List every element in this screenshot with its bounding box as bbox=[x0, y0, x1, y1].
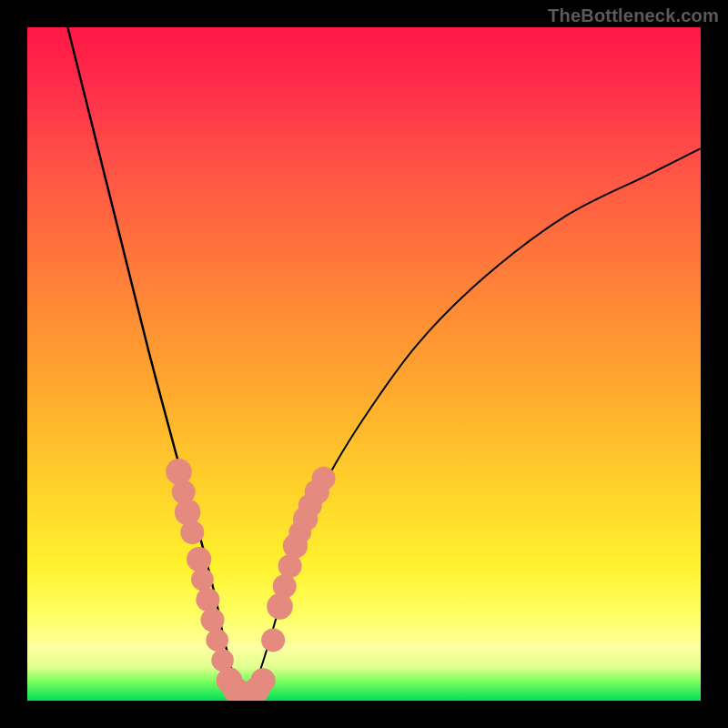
data-marker bbox=[196, 588, 219, 612]
data-marker bbox=[273, 574, 297, 598]
plot-area bbox=[27, 27, 701, 701]
data-marker bbox=[312, 467, 336, 490]
data-marker bbox=[180, 521, 204, 544]
data-marker bbox=[250, 668, 275, 693]
data-marker bbox=[201, 608, 225, 632]
data-marker bbox=[175, 499, 201, 525]
chart-frame: TheBottleneck.com bbox=[0, 0, 728, 728]
data-marker bbox=[267, 593, 293, 620]
data-marker bbox=[166, 459, 192, 485]
watermark-text: TheBottleneck.com bbox=[548, 5, 719, 26]
data-marker bbox=[206, 629, 228, 652]
marker-group bbox=[166, 459, 335, 701]
data-marker bbox=[191, 568, 214, 591]
data-marker bbox=[261, 628, 285, 652]
curve-right-branch bbox=[243, 148, 701, 701]
data-marker bbox=[187, 547, 211, 571]
chart-svg bbox=[27, 27, 701, 701]
